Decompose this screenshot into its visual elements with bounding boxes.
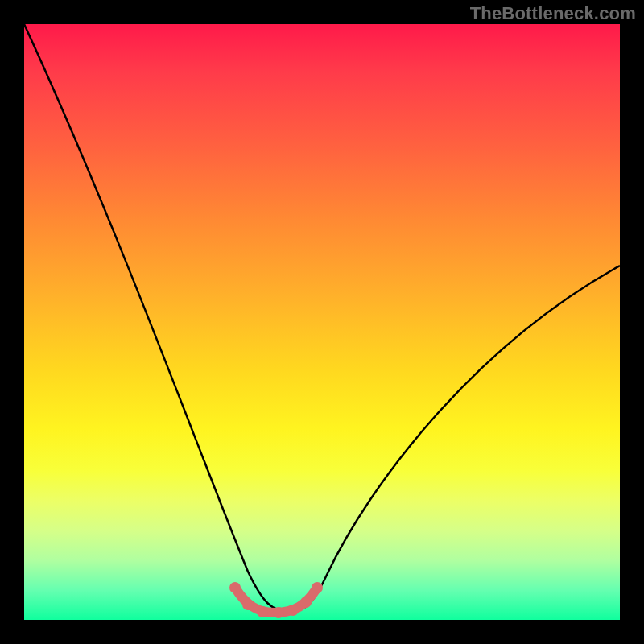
chart-frame: TheBottleneck.com: [0, 0, 644, 644]
curve-layer: [24, 24, 620, 620]
highlight-dot: [312, 582, 323, 593]
highlight-dot: [229, 582, 241, 593]
bottleneck-curve: [24, 24, 620, 612]
highlight-dot: [257, 606, 268, 617]
highlight-dot: [300, 597, 312, 608]
plot-area: [24, 24, 620, 620]
highlight-dot: [273, 607, 284, 618]
highlight-dot: [242, 599, 254, 610]
watermark-text: TheBottleneck.com: [470, 3, 636, 24]
highlight-dot: [287, 605, 299, 616]
